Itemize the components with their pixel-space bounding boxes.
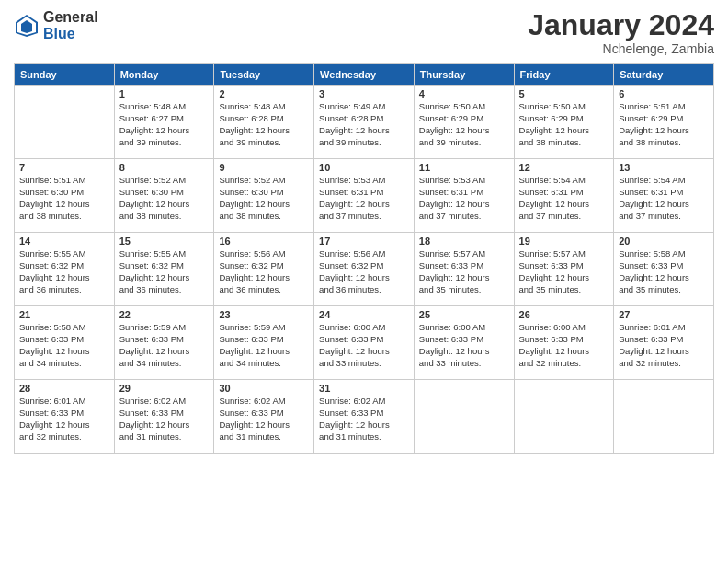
calendar-cell-0-4: 4Sunrise: 5:50 AM Sunset: 6:29 PM Daylig…	[414, 86, 514, 159]
weekday-header-row: Sunday Monday Tuesday Wednesday Thursday…	[15, 64, 714, 86]
day-info-1-4: Sunrise: 5:53 AM Sunset: 6:31 PM Dayligh…	[419, 175, 509, 222]
calendar-cell-3-1: 22Sunrise: 5:59 AM Sunset: 6:33 PM Dayli…	[114, 306, 214, 380]
calendar-table: Sunday Monday Tuesday Wednesday Thursday…	[14, 63, 714, 454]
calendar-cell-2-3: 17Sunrise: 5:56 AM Sunset: 6:32 PM Dayli…	[314, 233, 415, 306]
day-info-3-2: Sunrise: 5:59 AM Sunset: 6:33 PM Dayligh…	[219, 322, 309, 369]
day-info-3-4: Sunrise: 6:00 AM Sunset: 6:33 PM Dayligh…	[419, 322, 509, 369]
header-wednesday: Wednesday	[314, 64, 415, 86]
calendar-cell-1-1: 8Sunrise: 5:52 AM Sunset: 6:30 PM Daylig…	[114, 159, 214, 233]
day-number-0-3: 3	[319, 88, 409, 99]
day-info-3-3: Sunrise: 6:00 AM Sunset: 6:33 PM Dayligh…	[319, 322, 409, 369]
day-info-0-2: Sunrise: 5:48 AM Sunset: 6:28 PM Dayligh…	[219, 101, 309, 148]
calendar-cell-2-6: 20Sunrise: 5:58 AM Sunset: 6:33 PM Dayli…	[614, 233, 714, 306]
calendar-cell-0-1: 1Sunrise: 5:48 AM Sunset: 6:27 PM Daylig…	[114, 86, 214, 159]
calendar-cell-1-6: 13Sunrise: 5:54 AM Sunset: 6:31 PM Dayli…	[614, 159, 714, 233]
calendar-cell-0-3: 3Sunrise: 5:49 AM Sunset: 6:28 PM Daylig…	[314, 86, 415, 159]
calendar-cell-3-3: 24Sunrise: 6:00 AM Sunset: 6:33 PM Dayli…	[314, 306, 415, 380]
day-number-2-1: 15	[119, 236, 210, 247]
week-row-3: 21Sunrise: 5:58 AM Sunset: 6:33 PM Dayli…	[15, 306, 714, 380]
calendar-cell-2-4: 18Sunrise: 5:57 AM Sunset: 6:33 PM Dayli…	[414, 233, 514, 306]
calendar-cell-1-2: 9Sunrise: 5:52 AM Sunset: 6:30 PM Daylig…	[214, 159, 314, 233]
day-number-3-3: 24	[319, 309, 409, 320]
calendar-title: January 2024	[528, 9, 714, 41]
logo: General Blue	[14, 9, 98, 41]
day-number-3-1: 22	[119, 309, 210, 320]
calendar-cell-0-0	[15, 86, 115, 159]
day-info-0-6: Sunrise: 5:51 AM Sunset: 6:29 PM Dayligh…	[619, 101, 709, 148]
calendar-cell-4-5	[514, 380, 614, 454]
day-info-3-0: Sunrise: 5:58 AM Sunset: 6:33 PM Dayligh…	[19, 322, 109, 369]
day-number-0-1: 1	[119, 88, 210, 99]
day-number-2-3: 17	[319, 236, 409, 247]
calendar-cell-3-2: 23Sunrise: 5:59 AM Sunset: 6:33 PM Dayli…	[214, 306, 314, 380]
calendar-cell-2-1: 15Sunrise: 5:55 AM Sunset: 6:32 PM Dayli…	[114, 233, 214, 306]
day-info-4-0: Sunrise: 6:01 AM Sunset: 6:33 PM Dayligh…	[19, 396, 109, 442]
page: General Blue January 2024 Nchelenge, Zam…	[0, 0, 728, 563]
header-monday: Monday	[114, 64, 214, 86]
day-info-1-0: Sunrise: 5:51 AM Sunset: 6:30 PM Dayligh…	[19, 175, 109, 222]
calendar-cell-2-2: 16Sunrise: 5:56 AM Sunset: 6:32 PM Dayli…	[214, 233, 314, 306]
week-row-0: 1Sunrise: 5:48 AM Sunset: 6:27 PM Daylig…	[15, 86, 714, 159]
day-info-3-6: Sunrise: 6:01 AM Sunset: 6:33 PM Dayligh…	[619, 322, 709, 369]
day-number-4-0: 28	[19, 383, 109, 394]
calendar-cell-4-6	[614, 380, 714, 454]
calendar-cell-1-0: 7Sunrise: 5:51 AM Sunset: 6:30 PM Daylig…	[15, 159, 115, 233]
week-row-1: 7Sunrise: 5:51 AM Sunset: 6:30 PM Daylig…	[15, 159, 714, 233]
calendar-cell-1-5: 12Sunrise: 5:54 AM Sunset: 6:31 PM Dayli…	[514, 159, 614, 233]
day-number-2-6: 20	[619, 236, 709, 247]
day-number-2-5: 19	[519, 236, 609, 247]
day-number-3-6: 27	[619, 309, 709, 320]
calendar-cell-3-6: 27Sunrise: 6:01 AM Sunset: 6:33 PM Dayli…	[614, 306, 714, 380]
header-saturday: Saturday	[614, 64, 714, 86]
day-number-2-0: 14	[19, 236, 109, 247]
day-number-2-4: 18	[419, 236, 509, 247]
calendar-cell-4-3: 31Sunrise: 6:02 AM Sunset: 6:33 PM Dayli…	[314, 380, 415, 454]
calendar-cell-1-3: 10Sunrise: 5:53 AM Sunset: 6:31 PM Dayli…	[314, 159, 415, 233]
calendar-cell-4-2: 30Sunrise: 6:02 AM Sunset: 6:33 PM Dayli…	[214, 380, 314, 454]
day-info-0-5: Sunrise: 5:50 AM Sunset: 6:29 PM Dayligh…	[519, 101, 609, 148]
week-row-4: 28Sunrise: 6:01 AM Sunset: 6:33 PM Dayli…	[15, 380, 714, 454]
calendar-subtitle: Nchelenge, Zambia	[528, 41, 714, 56]
header-friday: Friday	[514, 64, 614, 86]
calendar-cell-1-4: 11Sunrise: 5:53 AM Sunset: 6:31 PM Dayli…	[414, 159, 514, 233]
logo-text: General Blue	[43, 9, 98, 41]
day-info-4-2: Sunrise: 6:02 AM Sunset: 6:33 PM Dayligh…	[219, 396, 309, 442]
day-info-0-3: Sunrise: 5:49 AM Sunset: 6:28 PM Dayligh…	[319, 101, 409, 148]
header-thursday: Thursday	[414, 64, 514, 86]
day-info-2-4: Sunrise: 5:57 AM Sunset: 6:33 PM Dayligh…	[419, 248, 509, 295]
logo-general-text: General	[43, 9, 98, 26]
day-info-2-6: Sunrise: 5:58 AM Sunset: 6:33 PM Dayligh…	[619, 248, 709, 295]
calendar-cell-0-5: 5Sunrise: 5:50 AM Sunset: 6:29 PM Daylig…	[514, 86, 614, 159]
day-info-4-3: Sunrise: 6:02 AM Sunset: 6:33 PM Dayligh…	[319, 396, 409, 442]
day-number-3-0: 21	[19, 309, 109, 320]
day-info-1-1: Sunrise: 5:52 AM Sunset: 6:30 PM Dayligh…	[119, 175, 210, 222]
logo-blue-text: Blue	[43, 26, 98, 42]
calendar-cell-3-4: 25Sunrise: 6:00 AM Sunset: 6:33 PM Dayli…	[414, 306, 514, 380]
header: General Blue January 2024 Nchelenge, Zam…	[14, 9, 714, 56]
day-info-2-0: Sunrise: 5:55 AM Sunset: 6:32 PM Dayligh…	[19, 248, 109, 295]
week-row-2: 14Sunrise: 5:55 AM Sunset: 6:32 PM Dayli…	[15, 233, 714, 306]
day-info-2-5: Sunrise: 5:57 AM Sunset: 6:33 PM Dayligh…	[519, 248, 609, 295]
calendar-cell-0-6: 6Sunrise: 5:51 AM Sunset: 6:29 PM Daylig…	[614, 86, 714, 159]
day-info-4-1: Sunrise: 6:02 AM Sunset: 6:33 PM Dayligh…	[119, 396, 210, 442]
day-info-3-5: Sunrise: 6:00 AM Sunset: 6:33 PM Dayligh…	[519, 322, 609, 369]
day-info-0-4: Sunrise: 5:50 AM Sunset: 6:29 PM Dayligh…	[419, 101, 509, 148]
day-info-1-5: Sunrise: 5:54 AM Sunset: 6:31 PM Dayligh…	[519, 175, 609, 222]
day-number-1-2: 9	[219, 162, 309, 173]
day-number-0-4: 4	[419, 88, 509, 99]
day-number-1-6: 13	[619, 162, 709, 173]
calendar-cell-3-0: 21Sunrise: 5:58 AM Sunset: 6:33 PM Dayli…	[15, 306, 115, 380]
day-number-0-2: 2	[219, 88, 309, 99]
day-number-4-2: 30	[219, 383, 309, 394]
calendar-cell-2-0: 14Sunrise: 5:55 AM Sunset: 6:32 PM Dayli…	[15, 233, 115, 306]
day-info-2-1: Sunrise: 5:55 AM Sunset: 6:32 PM Dayligh…	[119, 248, 210, 295]
day-number-0-5: 5	[519, 88, 609, 99]
day-number-1-0: 7	[19, 162, 109, 173]
day-number-1-5: 12	[519, 162, 609, 173]
day-number-1-4: 11	[419, 162, 509, 173]
calendar-cell-0-2: 2Sunrise: 5:48 AM Sunset: 6:28 PM Daylig…	[214, 86, 314, 159]
day-info-2-3: Sunrise: 5:56 AM Sunset: 6:32 PM Dayligh…	[319, 248, 409, 295]
logo-icon	[14, 13, 40, 39]
calendar-cell-2-5: 19Sunrise: 5:57 AM Sunset: 6:33 PM Dayli…	[514, 233, 614, 306]
day-number-3-4: 25	[419, 309, 509, 320]
